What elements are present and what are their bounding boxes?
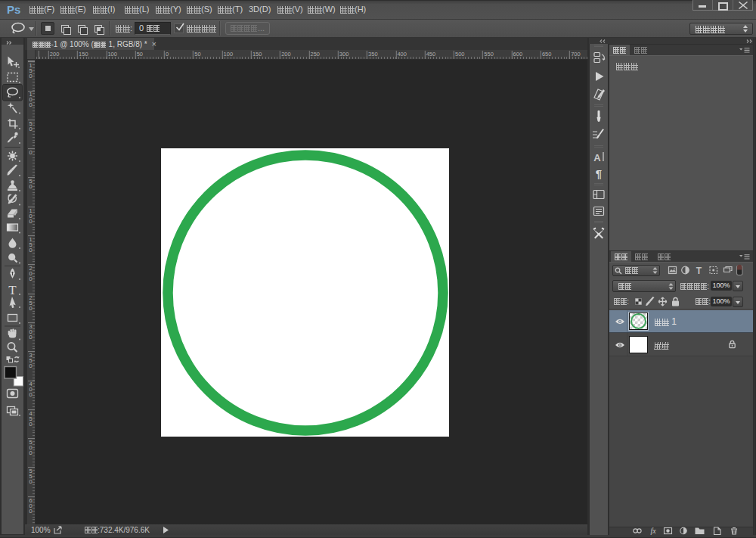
svg-text:T: T bbox=[8, 283, 17, 297]
svg-text:A: A bbox=[593, 152, 601, 163]
svg-text:T: T bbox=[696, 266, 702, 276]
svg-text:fx: fx bbox=[650, 527, 656, 535]
svg-text:¶: ¶ bbox=[596, 167, 602, 180]
